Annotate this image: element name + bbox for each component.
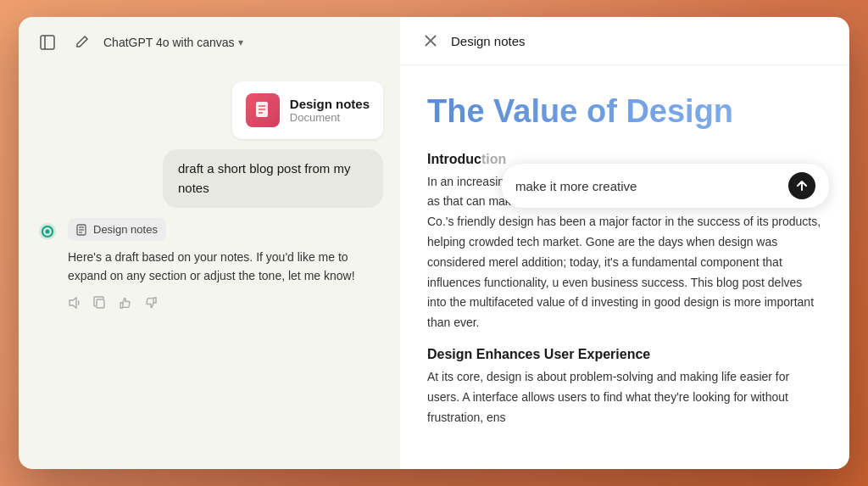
copy-icon[interactable] — [93, 296, 107, 313]
doc-icon — [246, 93, 280, 127]
inline-edit-bar[interactable]: make it more creative — [502, 164, 829, 208]
document-title: The Value of Design — [427, 92, 822, 131]
assistant-message-area: Design notes Here's a draft based on you… — [36, 218, 383, 313]
user-message-bubble: draft a short blog post from my notes — [163, 149, 383, 208]
assistant-text: Here's a draft based on your notes. If y… — [68, 248, 383, 286]
close-button[interactable] — [420, 31, 441, 51]
card-subtitle: Document — [290, 111, 370, 124]
chat-header: ChatGPT 4o with canvas ▾ — [19, 17, 400, 68]
fade-overlay — [400, 435, 849, 469]
design-notes-card[interactable]: Design notes Document — [232, 81, 383, 139]
svg-point-7 — [46, 230, 50, 234]
inline-input-text[interactable]: make it more creative — [515, 179, 788, 193]
chevron-down-icon: ▾ — [238, 36, 243, 48]
section1-title: Design Enhances User Experience — [427, 347, 822, 362]
document-panel: Design notes The Value of Design make it… — [400, 17, 849, 469]
document-header: Design notes — [400, 17, 849, 65]
inline-send-button[interactable] — [788, 172, 815, 199]
thumbs-up-icon[interactable] — [119, 296, 132, 313]
sidebar-toggle-icon[interactable] — [36, 31, 59, 54]
svg-marker-12 — [70, 298, 76, 308]
chat-messages: Design notes Document draft a short blog… — [19, 68, 400, 469]
assistant-content: Design notes Here's a draft based on you… — [68, 218, 383, 313]
thumbs-down-icon[interactable] — [144, 296, 158, 313]
model-name: ChatGPT 4o with canvas — [103, 36, 235, 49]
action-icons — [68, 296, 383, 313]
chat-panel: ChatGPT 4o with canvas ▾ Design notes — [19, 17, 400, 469]
section1-paragraph: At its core, design is about problem-sol… — [427, 367, 822, 427]
user-message-text: draft a short blog post from my notes — [178, 161, 350, 195]
svg-rect-0 — [41, 36, 54, 49]
pill-label: Design notes — [93, 223, 158, 236]
app-window: ChatGPT 4o with canvas ▾ Design notes — [19, 17, 849, 469]
assistant-avatar — [36, 220, 59, 243]
panel-title: Design notes — [451, 34, 526, 48]
card-text: Design notes Document — [290, 97, 370, 124]
document-content: The Value of Design make it more creativ… — [400, 65, 849, 469]
design-notes-pill[interactable]: Design notes — [68, 218, 166, 241]
audio-icon[interactable] — [68, 296, 81, 313]
svg-rect-13 — [97, 299, 104, 308]
new-chat-icon[interactable] — [70, 31, 93, 54]
card-title: Design notes — [290, 97, 370, 111]
model-selector[interactable]: ChatGPT 4o with canvas ▾ — [103, 36, 243, 49]
